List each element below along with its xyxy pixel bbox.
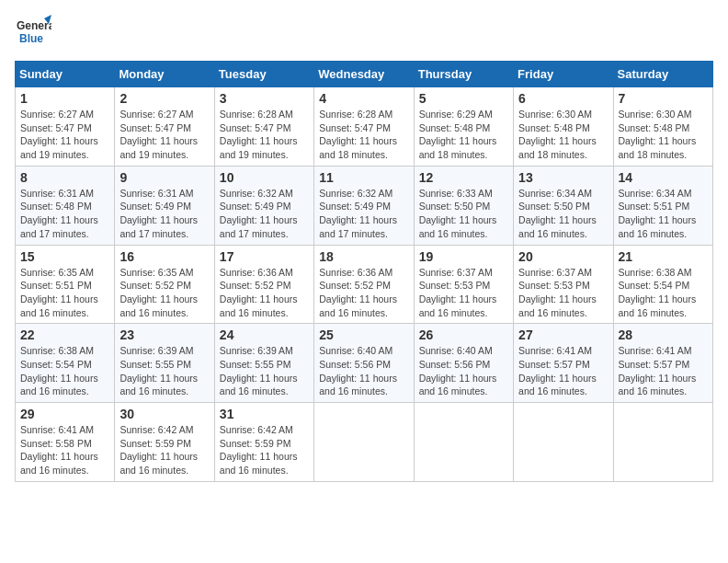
- sunrise-label: Sunrise: 6:31 AM: [20, 188, 94, 199]
- sunset-label: Sunset: 5:52 PM: [319, 280, 391, 291]
- daylight-label: Daylight: 11 hours: [20, 214, 98, 225]
- day-info: Sunrise: 6:39 AM Sunset: 5:55 PM Dayligh…: [119, 344, 209, 398]
- day-cell: 19 Sunrise: 6:37 AM Sunset: 5:53 PM Dayl…: [414, 245, 513, 324]
- daylight-minutes: and 19 minutes.: [220, 149, 289, 160]
- day-number: 21: [619, 249, 708, 264]
- daylight-minutes: and 16 minutes.: [419, 228, 488, 239]
- sunrise-label: Sunrise: 6:27 AM: [119, 109, 193, 120]
- column-header-monday: Monday: [115, 62, 214, 87]
- day-cell: 13 Sunrise: 6:34 AM Sunset: 5:50 PM Dayl…: [514, 166, 613, 245]
- day-number: 19: [419, 249, 508, 264]
- daylight-minutes: and 18 minutes.: [619, 149, 688, 160]
- daylight-label: Daylight: 11 hours: [220, 214, 298, 225]
- sunrise-label: Sunrise: 6:42 AM: [119, 424, 193, 435]
- day-number: 15: [20, 249, 109, 264]
- daylight-label: Daylight: 11 hours: [119, 373, 198, 384]
- day-info: Sunrise: 6:33 AM Sunset: 5:50 PM Dayligh…: [419, 187, 508, 241]
- daylight-minutes: and 16 minutes.: [419, 307, 488, 318]
- svg-text:General: General: [17, 19, 51, 32]
- day-cell: 31 Sunrise: 6:42 AM Sunset: 5:59 PM Dayl…: [214, 403, 313, 482]
- daylight-minutes: and 17 minutes.: [119, 228, 188, 239]
- daylight-label: Daylight: 11 hours: [20, 135, 98, 146]
- day-info: Sunrise: 6:28 AM Sunset: 5:47 PM Dayligh…: [319, 108, 408, 162]
- sunrise-label: Sunrise: 6:28 AM: [220, 109, 293, 120]
- daylight-label: Daylight: 11 hours: [419, 293, 497, 304]
- sunset-label: Sunset: 5:47 PM: [119, 122, 191, 133]
- sunrise-label: Sunrise: 6:40 AM: [319, 345, 392, 356]
- week-row-4: 22 Sunrise: 6:38 AM Sunset: 5:54 PM Dayl…: [16, 324, 713, 403]
- daylight-minutes: and 17 minutes.: [20, 228, 89, 239]
- day-cell: 29 Sunrise: 6:41 AM Sunset: 5:58 PM Dayl…: [16, 403, 115, 482]
- daylight-minutes: and 16 minutes.: [619, 228, 688, 239]
- daylight-label: Daylight: 11 hours: [419, 373, 497, 384]
- week-row-5: 29 Sunrise: 6:41 AM Sunset: 5:58 PM Dayl…: [16, 403, 713, 482]
- sunset-label: Sunset: 5:48 PM: [20, 201, 92, 212]
- day-number: 12: [419, 170, 508, 185]
- sunset-label: Sunset: 5:58 PM: [20, 438, 92, 449]
- daylight-minutes: and 18 minutes.: [518, 149, 587, 160]
- day-cell: 27 Sunrise: 6:41 AM Sunset: 5:57 PM Dayl…: [514, 324, 613, 403]
- day-number: 10: [220, 170, 309, 185]
- sunrise-label: Sunrise: 6:42 AM: [220, 424, 293, 435]
- daylight-label: Daylight: 11 hours: [119, 293, 198, 304]
- sunset-label: Sunset: 5:49 PM: [319, 201, 391, 212]
- day-number: 8: [20, 170, 109, 185]
- day-info: Sunrise: 6:34 AM Sunset: 5:51 PM Dayligh…: [619, 187, 708, 241]
- sunset-label: Sunset: 5:48 PM: [518, 122, 590, 133]
- sunrise-label: Sunrise: 6:32 AM: [319, 188, 392, 199]
- calendar-body: 1 Sunrise: 6:27 AM Sunset: 5:47 PM Dayli…: [16, 87, 713, 482]
- daylight-minutes: and 16 minutes.: [119, 307, 188, 318]
- sunset-label: Sunset: 5:59 PM: [119, 438, 191, 449]
- day-cell: 25 Sunrise: 6:40 AM Sunset: 5:56 PM Dayl…: [314, 324, 414, 403]
- day-info: Sunrise: 6:36 AM Sunset: 5:52 PM Dayligh…: [220, 266, 309, 320]
- day-cell: 21 Sunrise: 6:38 AM Sunset: 5:54 PM Dayl…: [613, 245, 712, 324]
- daylight-label: Daylight: 11 hours: [619, 135, 697, 146]
- daylight-label: Daylight: 11 hours: [619, 373, 697, 384]
- daylight-label: Daylight: 11 hours: [20, 373, 98, 384]
- day-info: Sunrise: 6:34 AM Sunset: 5:50 PM Dayligh…: [518, 187, 608, 241]
- day-cell: 18 Sunrise: 6:36 AM Sunset: 5:52 PM Dayl…: [314, 245, 414, 324]
- day-cell: 1 Sunrise: 6:27 AM Sunset: 5:47 PM Dayli…: [16, 87, 115, 167]
- day-info: Sunrise: 6:41 AM Sunset: 5:57 PM Dayligh…: [619, 344, 708, 398]
- day-info: Sunrise: 6:29 AM Sunset: 5:48 PM Dayligh…: [419, 108, 508, 162]
- day-info: Sunrise: 6:41 AM Sunset: 5:58 PM Dayligh…: [20, 423, 109, 477]
- daylight-label: Daylight: 11 hours: [20, 293, 98, 304]
- sunset-label: Sunset: 5:59 PM: [220, 438, 291, 449]
- daylight-minutes: and 16 minutes.: [20, 385, 89, 396]
- day-info: Sunrise: 6:32 AM Sunset: 5:49 PM Dayligh…: [319, 187, 408, 241]
- day-info: Sunrise: 6:39 AM Sunset: 5:55 PM Dayligh…: [220, 344, 309, 398]
- day-number: 16: [119, 249, 209, 264]
- day-cell: [314, 403, 414, 482]
- day-info: Sunrise: 6:35 AM Sunset: 5:52 PM Dayligh…: [119, 266, 209, 320]
- column-header-wednesday: Wednesday: [314, 62, 414, 87]
- day-info: Sunrise: 6:40 AM Sunset: 5:56 PM Dayligh…: [419, 344, 508, 398]
- sunset-label: Sunset: 5:57 PM: [619, 359, 690, 370]
- daylight-minutes: and 16 minutes.: [220, 307, 289, 318]
- sunset-label: Sunset: 5:52 PM: [220, 280, 291, 291]
- daylight-minutes: and 16 minutes.: [518, 307, 587, 318]
- daylight-label: Daylight: 11 hours: [419, 214, 497, 225]
- sunset-label: Sunset: 5:51 PM: [20, 280, 92, 291]
- sunset-label: Sunset: 5:57 PM: [518, 359, 590, 370]
- sunset-label: Sunset: 5:56 PM: [419, 359, 491, 370]
- daylight-minutes: and 16 minutes.: [220, 385, 289, 396]
- logo-svg: General Blue: [15, 15, 51, 52]
- day-cell: 22 Sunrise: 6:38 AM Sunset: 5:54 PM Dayl…: [16, 324, 115, 403]
- day-cell: [414, 403, 513, 482]
- daylight-minutes: and 16 minutes.: [419, 385, 488, 396]
- daylight-minutes: and 16 minutes.: [319, 307, 388, 318]
- daylight-label: Daylight: 11 hours: [220, 373, 298, 384]
- day-cell: [514, 403, 613, 482]
- daylight-minutes: and 18 minutes.: [419, 149, 488, 160]
- daylight-label: Daylight: 11 hours: [518, 135, 597, 146]
- day-cell: 14 Sunrise: 6:34 AM Sunset: 5:51 PM Dayl…: [613, 166, 712, 245]
- day-number: 5: [419, 91, 508, 106]
- daylight-minutes: and 16 minutes.: [20, 307, 89, 318]
- sunrise-label: Sunrise: 6:30 AM: [619, 109, 692, 120]
- sunrise-label: Sunrise: 6:29 AM: [419, 109, 493, 120]
- sunrise-label: Sunrise: 6:35 AM: [20, 267, 94, 278]
- sunrise-label: Sunrise: 6:32 AM: [220, 188, 293, 199]
- sunrise-label: Sunrise: 6:28 AM: [319, 109, 392, 120]
- sunset-label: Sunset: 5:47 PM: [20, 122, 92, 133]
- daylight-label: Daylight: 11 hours: [419, 135, 497, 146]
